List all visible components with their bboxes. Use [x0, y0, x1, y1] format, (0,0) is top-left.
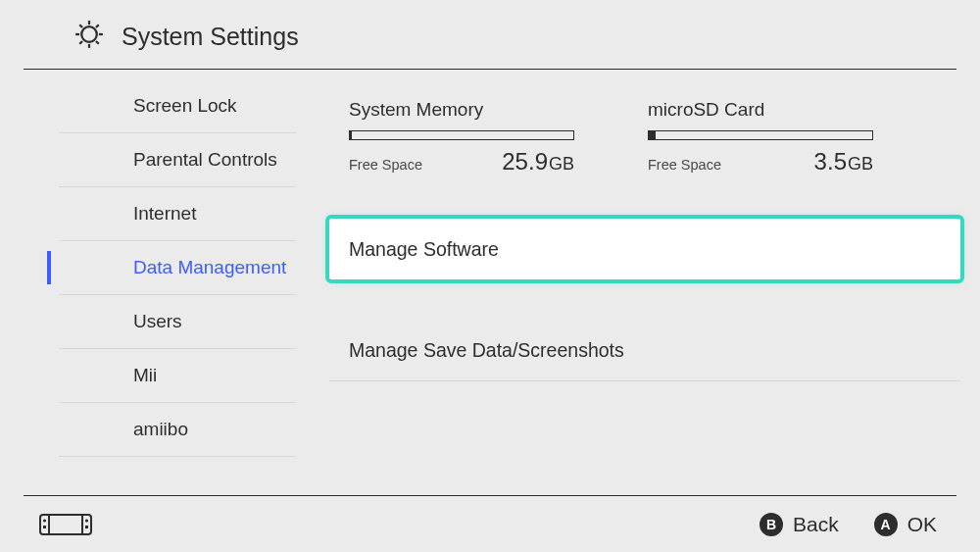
sidebar-item-users[interactable]: Users: [59, 295, 296, 349]
ok-button[interactable]: A OK: [874, 513, 937, 536]
b-button-icon: B: [760, 513, 783, 536]
controller-icon: [39, 513, 92, 536]
microsd-info: Free Space 3.5 GB: [648, 148, 873, 176]
option-label: Manage Software: [349, 238, 499, 261]
sidebar-item-label: Mii: [133, 365, 157, 386]
sidebar-item-internet[interactable]: Internet: [59, 187, 296, 241]
footer-bar: B Back A OK: [24, 495, 956, 552]
settings-sidebar: Screen Lock Parental Controls Internet D…: [0, 70, 310, 493]
svg-rect-14: [85, 526, 88, 528]
microsd-free-value: 3.5 GB: [814, 148, 873, 176]
back-button[interactable]: B Back: [760, 513, 839, 536]
svg-rect-9: [40, 515, 91, 534]
sidebar-item-data-management[interactable]: Data Management: [59, 241, 296, 295]
footer-actions: B Back A OK: [760, 513, 937, 536]
svg-rect-10: [49, 515, 82, 534]
system-memory-bar-fill: [350, 131, 352, 139]
storage-row: System Memory Free Space 25.9 GB microSD…: [329, 99, 960, 176]
manage-software-button[interactable]: Manage Software: [329, 219, 960, 279]
free-space-label: Free Space: [648, 157, 721, 173]
system-memory-card: System Memory Free Space 25.9 GB: [349, 99, 579, 176]
microsd-label: microSD Card: [648, 99, 878, 121]
a-button-icon: A: [874, 513, 898, 536]
gear-icon: [73, 18, 122, 55]
system-memory-info: Free Space 25.9 GB: [349, 148, 574, 176]
sidebar-item-amiibo[interactable]: amiibo: [59, 403, 296, 457]
svg-point-0: [81, 26, 97, 42]
svg-point-11: [43, 519, 46, 522]
option-label: Manage Save Data/Screenshots: [349, 339, 624, 362]
content-area: Screen Lock Parental Controls Internet D…: [0, 70, 980, 493]
system-memory-label: System Memory: [349, 99, 579, 121]
back-label: Back: [793, 513, 839, 536]
svg-line-8: [96, 25, 99, 27]
svg-line-6: [96, 41, 99, 44]
free-space-label: Free Space: [349, 157, 422, 173]
settings-header: System Settings: [24, 0, 956, 70]
sidebar-item-label: Screen Lock: [133, 95, 237, 117]
sidebar-item-screen-lock[interactable]: Screen Lock: [59, 79, 296, 133]
spacer: [329, 279, 960, 321]
page-title: System Settings: [122, 23, 299, 51]
manage-save-data-button[interactable]: Manage Save Data/Screenshots: [329, 321, 960, 381]
svg-line-7: [79, 41, 82, 44]
microsd-bar: [648, 130, 873, 140]
sidebar-item-label: Users: [133, 311, 182, 332]
sidebar-item-parental-controls[interactable]: Parental Controls: [59, 133, 296, 187]
options-list: Manage Software Manage Save Data/Screens…: [329, 219, 960, 381]
ok-label: OK: [907, 513, 937, 536]
system-memory-free-value: 25.9 GB: [502, 148, 574, 176]
sidebar-item-label: amiibo: [133, 419, 188, 440]
sidebar-item-label: Parental Controls: [133, 149, 277, 171]
svg-point-12: [85, 519, 88, 522]
microsd-bar-fill: [649, 131, 656, 139]
microsd-card: microSD Card Free Space 3.5 GB: [648, 99, 878, 176]
sidebar-item-mii[interactable]: Mii: [59, 349, 296, 403]
system-memory-bar: [349, 130, 574, 140]
svg-rect-13: [43, 526, 46, 528]
sidebar-item-label: Internet: [133, 203, 196, 225]
sidebar-item-label: Data Management: [133, 257, 286, 278]
svg-line-5: [79, 25, 82, 27]
detail-pane: System Memory Free Space 25.9 GB microSD…: [310, 70, 980, 493]
